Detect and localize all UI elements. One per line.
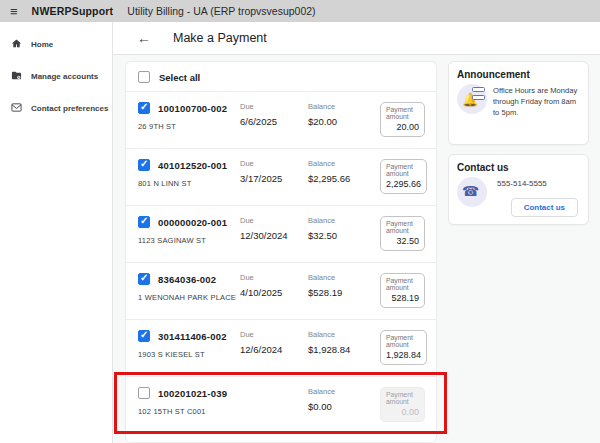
announcement-text: Office Hours are Monday through Friday f…	[493, 84, 580, 118]
account-address: 801 N LINN ST	[138, 179, 240, 188]
due-label: Due	[240, 216, 308, 225]
payment-amount-input[interactable]: Payment amount 20.00	[380, 102, 425, 137]
balance-value: $2,295.66	[308, 173, 380, 184]
due-date: 12/30/2024	[240, 230, 308, 241]
balance-value: $0.00	[308, 401, 380, 412]
row-checkbox[interactable]	[138, 387, 150, 399]
notification-rect	[472, 95, 485, 100]
balance-label: Balance	[308, 159, 380, 168]
table-row: 000000020-001 1123 SAGINAW ST Due 12/30/…	[126, 205, 436, 262]
due-label: Due	[240, 273, 308, 282]
payment-amount-input[interactable]: Payment amount 528.19	[380, 273, 425, 308]
due-date: 12/6/2024	[240, 344, 308, 355]
balance-label: Balance	[308, 216, 380, 225]
phone-glyph: ☎	[462, 183, 479, 199]
app-title: Utility Billing - UA (ERP tropvsvesup002…	[127, 5, 315, 17]
select-all-row: Select all	[126, 62, 436, 91]
contact-title: Contact us	[457, 162, 580, 173]
balance-label: Balance	[308, 102, 380, 111]
sidebar: Home Manage accounts Contact preferences	[0, 22, 113, 443]
balance-value: $528.19	[308, 287, 380, 298]
page-title: Make a Payment	[173, 31, 267, 45]
table-row: 8364036-002 1 WENONAH PARK PLACE Due 4/1…	[126, 262, 436, 319]
sidebar-item-label: Home	[31, 40, 53, 49]
table-row: 300112215-001 803 W JANE ST Due 12/6/202…	[126, 433, 436, 443]
contact-card: Contact us ☎ 555-514-5555 Contact us	[448, 154, 589, 225]
payment-amount-input[interactable]: Payment amount 1,928.84	[380, 330, 427, 365]
row-checkbox[interactable]	[138, 159, 150, 171]
sidebar-item-label: Manage accounts	[31, 72, 98, 81]
row-checkbox[interactable]	[138, 273, 150, 285]
payment-amount-label: Payment amount	[386, 391, 419, 405]
notification-rect	[472, 87, 485, 92]
account-address: 1 WENONAH PARK PLACE	[138, 293, 240, 302]
due-label: Due	[240, 159, 308, 168]
payment-amount-label: Payment amount	[386, 163, 421, 177]
balance-value: $32.50	[308, 230, 380, 241]
payment-amount-label: Payment amount	[386, 106, 419, 120]
due-date: 6/6/2025	[240, 116, 308, 127]
home-icon	[11, 35, 22, 53]
due-label: Due	[240, 102, 308, 111]
account-number: 8364036-002	[158, 274, 216, 285]
account-number: 401012520-001	[158, 160, 227, 171]
page-header: ← Make a Payment	[113, 22, 600, 55]
phone-icon: ☎	[457, 177, 487, 207]
due-date: 3/17/2025	[240, 173, 308, 184]
announcement-title: Announcement	[457, 69, 580, 80]
sidebar-item-manage-accounts[interactable]: Manage accounts	[0, 60, 112, 92]
payment-amount-value: 1,928.84	[386, 350, 421, 360]
contact-us-button[interactable]: Contact us	[511, 198, 578, 217]
right-sidebar: Announcement 🔔 Office Hours are Monday t…	[448, 61, 589, 443]
account-address: 1903 S KIESEL ST	[138, 350, 240, 359]
table-row: 401012520-001 801 N LINN ST Due 3/17/202…	[126, 148, 436, 205]
payment-amount-input[interactable]: Payment amount 2,295.66	[380, 159, 427, 194]
contact-phone-number: 555-514-5555	[497, 179, 580, 188]
balance-label: Balance	[308, 330, 380, 339]
balance-value: $20.00	[308, 116, 380, 127]
balance-label: Balance	[308, 387, 380, 396]
account-number: 100100700-002	[158, 103, 227, 114]
announcement-card: Announcement 🔔 Office Hours are Monday t…	[448, 61, 589, 145]
account-number: 301411406-002	[158, 331, 227, 342]
row-checkbox[interactable]	[138, 102, 150, 114]
row-checkbox[interactable]	[138, 216, 150, 228]
account-address: 26 9TH ST	[138, 122, 240, 131]
hamburger-menu-icon[interactable]: ≡	[10, 5, 18, 18]
payment-amount-label: Payment amount	[386, 334, 421, 348]
folder-gear-icon	[11, 67, 22, 85]
payment-amount-label: Payment amount	[386, 277, 419, 291]
payment-amount-value: 528.19	[386, 293, 419, 303]
sidebar-item-label: Contact preferences	[31, 104, 108, 113]
table-row: 301411406-002 1903 S KIESEL ST Due 12/6/…	[126, 319, 436, 376]
payment-amount-input-disabled: Payment amount 0.00	[380, 387, 425, 422]
select-all-checkbox[interactable]	[138, 71, 150, 83]
announcement-bell-icon: 🔔	[457, 84, 487, 114]
account-number: 100201021-039	[158, 388, 227, 399]
balance-value: $1,928.84	[308, 344, 380, 355]
account-address: 1123 SAGINAW ST	[138, 236, 240, 245]
row-checkbox[interactable]	[138, 330, 150, 342]
account-number: 000000020-001	[158, 217, 227, 228]
payment-amount-value: 2,295.66	[386, 179, 421, 189]
payment-amount-label: Payment amount	[386, 220, 419, 234]
payment-amount-input[interactable]: Payment amount 32.50	[380, 216, 425, 251]
mail-icon	[11, 99, 22, 117]
due-label: Due	[240, 330, 308, 339]
app-brand: NWERPSupport	[32, 5, 114, 17]
payment-accounts-list: Select all 100100700-002 26 9TH ST	[125, 61, 437, 443]
account-address: 102 15TH ST C001	[138, 407, 240, 416]
balance-label: Balance	[308, 273, 380, 282]
due-date: 4/10/2025	[240, 287, 308, 298]
sidebar-item-contact-preferences[interactable]: Contact preferences	[0, 92, 112, 124]
top-app-bar: ≡ NWERPSupport Utility Billing - UA (ERP…	[0, 0, 600, 22]
table-row-highlighted: 100201021-039 102 15TH ST C001 Balance $…	[126, 376, 436, 433]
sidebar-item-home[interactable]: Home	[0, 28, 112, 60]
payment-amount-value: 20.00	[386, 122, 419, 132]
payment-amount-value: 0.00	[386, 407, 419, 417]
back-arrow-icon[interactable]: ←	[137, 30, 151, 46]
select-all-label: Select all	[159, 72, 200, 83]
table-row: 100100700-002 26 9TH ST Due 6/6/2025 Bal…	[126, 91, 436, 148]
payment-amount-value: 32.50	[386, 236, 419, 246]
